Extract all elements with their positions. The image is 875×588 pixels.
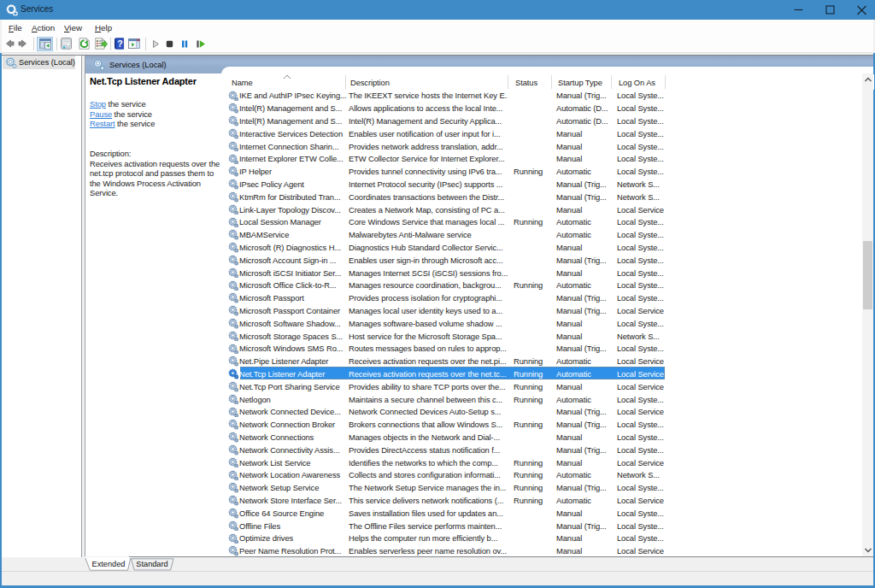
svg-text:Extended: Extended	[92, 560, 126, 568]
svg-text:?: ?	[117, 38, 122, 49]
svg-text:Standard: Standard	[136, 560, 167, 568]
